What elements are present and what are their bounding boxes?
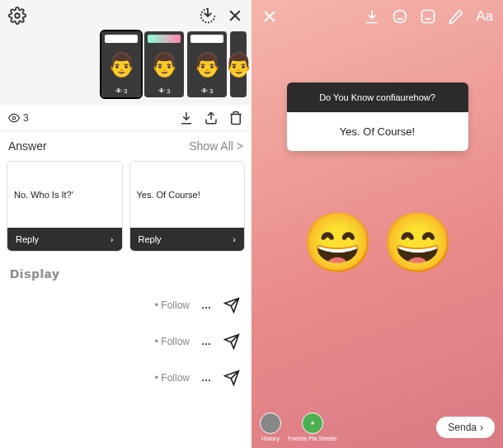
grin-emoji[interactable]: 😄	[302, 209, 374, 276]
answer-text: No. Who Is It?'	[7, 162, 122, 228]
answer-card[interactable]: No. Who Is It?' Reply ›	[7, 161, 123, 252]
share-target-history[interactable]: History	[260, 413, 281, 441]
svg-point-0	[15, 13, 20, 18]
left-screen: 👨 👁 3 👨 👁 3 👨 👁 3 👨 3	[0, 0, 252, 448]
send-icon[interactable]	[223, 333, 240, 350]
right-screen: Aa Do You Know confiaurehow? Yes. Of Cou…	[252, 0, 503, 448]
share-target-friends[interactable]: ★ Friends Pia Streets	[288, 413, 337, 441]
sticker-icon[interactable]	[420, 8, 436, 25]
answers-label: Answer	[8, 139, 47, 153]
svg-point-3	[12, 116, 16, 120]
answers-header: Answer Show All >	[0, 131, 252, 161]
right-topbar: Aa	[252, 0, 503, 33]
more-icon[interactable]: …	[201, 372, 212, 384]
send-icon[interactable]	[223, 370, 240, 386]
svg-rect-7	[422, 11, 435, 23]
share-icon[interactable]	[204, 111, 219, 125]
answer-text: Yes. Of Course!	[130, 162, 245, 228]
reply-button[interactable]: Reply	[16, 234, 39, 244]
close-icon[interactable]	[227, 7, 243, 24]
more-icon[interactable]: …	[201, 336, 212, 347]
chevron-right-icon: ›	[480, 422, 483, 433]
settings-icon[interactable]	[8, 7, 26, 25]
download-icon[interactable]	[364, 8, 380, 25]
left-topbar	[0, 0, 252, 31]
eye-icon	[8, 112, 20, 124]
follow-button[interactable]: • Follow	[155, 372, 190, 384]
send-to-button[interactable]: Senda ›	[436, 417, 495, 438]
reply-button[interactable]: Reply	[139, 234, 162, 244]
follow-button[interactable]: • Follow	[155, 336, 190, 347]
trash-icon[interactable]	[228, 111, 243, 125]
story-thumbnail[interactable]: 👨	[230, 31, 247, 97]
text-tool[interactable]: Aa	[476, 8, 493, 25]
download-icon[interactable]	[179, 111, 194, 125]
viewer-list: • Follow … • Follow … • Follow …	[0, 287, 252, 448]
poll-answer: Yes. Of Course!	[287, 112, 468, 151]
follow-button[interactable]: • Follow	[155, 299, 190, 311]
grin-emoji[interactable]: 😄	[382, 209, 454, 276]
save-progress-icon[interactable]	[199, 7, 217, 25]
svg-point-6	[394, 11, 407, 23]
story-thumbnails: 👨 👁 3 👨 👁 3 👨 👁 3 👨	[0, 31, 252, 104]
draw-icon[interactable]	[448, 8, 464, 25]
list-item: • Follow …	[0, 323, 252, 360]
display-label: Display	[0, 260, 252, 287]
answer-card[interactable]: Yes. Of Course! Reply ›	[129, 161, 246, 252]
share-bar: History ★ Friends Pia Streets Senda ›	[252, 413, 503, 441]
effects-icon[interactable]	[392, 8, 408, 25]
poll-sticker[interactable]: Do You Know confiaurehow? Yes. Of Course…	[287, 83, 468, 151]
list-item: • Follow …	[0, 287, 252, 323]
story-thumbnail[interactable]: 👨 👁 3	[101, 31, 141, 97]
answer-cards: No. Who Is It?' Reply › Yes. Of Course! …	[0, 161, 252, 260]
more-icon[interactable]: …	[201, 299, 212, 311]
list-item: • Follow …	[0, 360, 252, 396]
story-thumbnail[interactable]: 👨 👁 3	[187, 31, 227, 97]
emoji-stickers: 😄 😄	[252, 209, 503, 276]
story-thumbnail[interactable]: 👨 👁 3	[144, 31, 184, 97]
send-icon[interactable]	[223, 297, 240, 314]
show-all-link[interactable]: Show All >	[189, 139, 243, 153]
chevron-right-icon: ›	[110, 234, 114, 244]
chevron-right-icon: ›	[233, 234, 236, 244]
view-count: 3	[23, 112, 29, 124]
poll-question: Do You Know confiaurehow?	[287, 83, 468, 112]
viewer-bar: 3	[0, 106, 252, 131]
close-icon[interactable]	[261, 8, 278, 25]
